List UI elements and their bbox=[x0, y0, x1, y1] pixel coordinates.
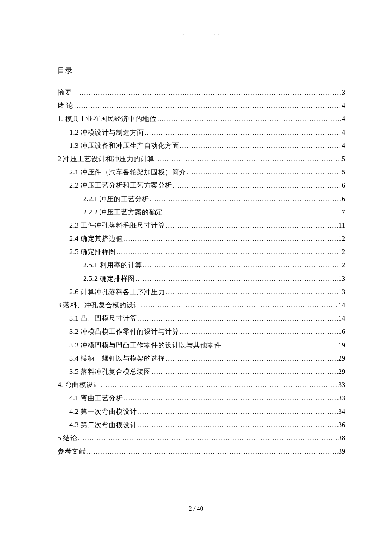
toc-dot-leader bbox=[179, 140, 342, 152]
toc-entry: 3.4 模柄，螺钉以与模架的选择29 bbox=[58, 352, 345, 365]
toc-entry: 3 落料、冲孔复合模的设计14 bbox=[58, 298, 345, 312]
toc-dot-leader bbox=[155, 153, 342, 165]
toc-entry: 1.2 冲模设计与制造方面4 bbox=[58, 126, 345, 139]
toc-entry-page: 36 bbox=[338, 418, 345, 431]
toc-dot-leader bbox=[165, 220, 339, 231]
toc-entry-page: 6 bbox=[342, 179, 345, 192]
toc-entry-label: 1. 模具工业在国民经济中的地位 bbox=[58, 112, 156, 125]
toc-entry-label: 3.4 模柄，螺钉以与模架的选择 bbox=[69, 352, 165, 365]
toc-entry: 3.1 凸、凹模尺寸计算14 bbox=[58, 312, 345, 325]
toc-entry: 2.2.2 冲压工艺方案的确定7 bbox=[58, 205, 345, 219]
toc-dot-leader bbox=[221, 340, 338, 351]
toc-entry: 2.5.1 利用率的计算12 bbox=[58, 258, 345, 272]
toc-entry-page: 14 bbox=[338, 298, 345, 312]
toc-entry: 2.5 确定排样图12 bbox=[58, 245, 345, 258]
toc-entry-page: 29 bbox=[338, 365, 345, 378]
toc-entry-label: 2.4 确定其搭边值 bbox=[69, 232, 123, 245]
toc-entry-page: 14 bbox=[338, 312, 345, 325]
toc-entry: 4.1 弯曲工艺分析33 bbox=[58, 391, 345, 405]
toc-entry: 3.2 冲模凸模工作零件的设计与计算16 bbox=[58, 325, 345, 338]
toc-dot-leader bbox=[179, 326, 338, 338]
toc-entry: 绪 论4 bbox=[58, 99, 345, 112]
toc-entry-label: 参考文献 bbox=[58, 445, 86, 458]
toc-entry-label: 1.3 冲压设备和冲压生产自动化方面 bbox=[69, 139, 179, 152]
toc-dot-leader bbox=[123, 233, 338, 245]
toc-dot-leader bbox=[137, 313, 338, 324]
toc-entry-page: 6 bbox=[342, 192, 345, 205]
toc-entry-page: 16 bbox=[338, 325, 345, 338]
page-number: 2 / 40 bbox=[0, 505, 392, 512]
toc-entry-page: 3 bbox=[342, 86, 345, 99]
toc-dot-leader bbox=[137, 406, 338, 418]
toc-dot-leader bbox=[86, 446, 338, 457]
toc-entry-label: 4.1 弯曲工艺分析 bbox=[69, 391, 123, 405]
toc-entry: 4.3 第二次弯曲模设计36 bbox=[58, 418, 345, 431]
toc-entry: 2 冲压工艺设计和冲压力的计算5 bbox=[58, 152, 345, 165]
toc-entry-label: 2.2.1 冲压的工艺分析 bbox=[83, 192, 149, 205]
toc-entry-page: 4 bbox=[342, 139, 345, 152]
toc-entry-page: 12 bbox=[338, 258, 345, 272]
toc-entry-label: 4.2 第一次弯曲模设计 bbox=[69, 405, 137, 418]
toc-dot-leader bbox=[141, 300, 339, 311]
toc-entry-label: 2.6 计算冲孔落料各工序冲压力 bbox=[69, 285, 165, 298]
header-mark-left: . . bbox=[183, 31, 189, 36]
toc-entry-label: 3.3 冲模凹模与凹凸工作零件的设计以与其他零件 bbox=[69, 338, 221, 352]
toc-entry-label: 2.5.1 利用率的计算 bbox=[83, 258, 142, 272]
toc-entry: 1.3 冲压设备和冲压生产自动化方面4 bbox=[58, 139, 345, 152]
toc-dot-leader bbox=[156, 113, 342, 125]
toc-dot-leader bbox=[165, 286, 338, 298]
toc-dot-leader bbox=[151, 366, 338, 378]
toc-entry: 4.2 第一次弯曲模设计34 bbox=[58, 405, 345, 418]
toc-entry-label: 2.3 工件冲孔落料毛胚尺寸计算 bbox=[69, 219, 165, 232]
toc-entry: 2.2 冲压工艺分析和工艺方案分析6 bbox=[58, 179, 345, 192]
toc-entry-page: 5 bbox=[342, 152, 345, 165]
toc-entry-label: 2 冲压工艺设计和冲压力的计算 bbox=[58, 152, 155, 165]
toc-entry-label: 1.2 冲模设计与制造方面 bbox=[69, 126, 144, 139]
toc-entry-page: 34 bbox=[338, 405, 345, 418]
toc-entry-label: 2.5.2 确定排样图 bbox=[83, 272, 135, 285]
toc-entry-label: 3.5 落料冲孔复合模总装图 bbox=[69, 365, 151, 378]
toc-entry-page: 7 bbox=[342, 205, 345, 219]
toc-entry-page: 39 bbox=[338, 445, 345, 458]
toc-entry: 2.3 工件冲孔落料毛胚尺寸计算11 bbox=[58, 219, 345, 232]
toc-entry: 2.2.1 冲压的工艺分析6 bbox=[58, 192, 345, 205]
toc-list: 摘要：3绪 论41. 模具工业在国民经济中的地位41.2 冲模设计与制造方面41… bbox=[58, 86, 345, 458]
header-mark-right: . . bbox=[214, 31, 220, 36]
toc-entry-label: 2.2.2 冲压工艺方案的确定 bbox=[83, 205, 163, 219]
toc-entry: 摘要：3 bbox=[58, 86, 345, 99]
toc-dot-leader bbox=[163, 207, 342, 218]
toc-entry-page: 13 bbox=[338, 272, 345, 285]
toc-dot-leader bbox=[123, 393, 338, 404]
toc-entry: 4. 弯曲模设计33 bbox=[58, 378, 345, 391]
toc-entry-label: 3 落料、冲孔复合模的设计 bbox=[58, 298, 141, 312]
toc-entry-label: 4.3 第二次弯曲模设计 bbox=[69, 418, 137, 431]
toc-dot-leader bbox=[186, 167, 342, 178]
toc-entry-page: 5 bbox=[342, 165, 345, 179]
header-rule bbox=[58, 30, 345, 30]
toc-entry: 2.5.2 确定排样图13 bbox=[58, 272, 345, 285]
toc-entry-page: 4 bbox=[342, 99, 345, 112]
toc-entry: 2.4 确定其搭边值12 bbox=[58, 232, 345, 245]
toc-dot-leader bbox=[74, 100, 342, 112]
toc-entry: 1. 模具工业在国民经济中的地位4 bbox=[58, 112, 345, 125]
toc-dot-leader bbox=[165, 353, 338, 364]
toc-dot-leader bbox=[116, 246, 339, 258]
toc-dot-leader bbox=[137, 419, 338, 431]
toc-entry: 5 结论38 bbox=[58, 431, 345, 445]
header-dots: . . . . bbox=[58, 31, 345, 36]
toc-dot-leader bbox=[135, 273, 339, 285]
toc-entry-page: 33 bbox=[338, 378, 345, 391]
toc-dot-leader bbox=[172, 180, 342, 191]
toc-entry-page: 19 bbox=[338, 338, 345, 352]
toc-entry-page: 13 bbox=[338, 285, 345, 298]
toc-entry-label: 2.1 冲压件（汽车备轮架加固板）简介 bbox=[69, 165, 186, 179]
toc-dot-leader bbox=[149, 194, 342, 205]
toc-dot-leader bbox=[77, 433, 338, 444]
toc-entry: 3.5 落料冲孔复合模总装图29 bbox=[58, 365, 345, 378]
toc-dot-leader bbox=[79, 87, 342, 98]
document-page: . . . . 目录 摘要：3绪 论41. 模具工业在国民经济中的地位41.2 … bbox=[0, 0, 392, 458]
toc-entry-label: 4. 弯曲模设计 bbox=[58, 378, 100, 391]
toc-entry-page: 12 bbox=[338, 232, 345, 245]
toc-entry-page: 38 bbox=[338, 431, 345, 445]
toc-entry: 2.6 计算冲孔落料各工序冲压力13 bbox=[58, 285, 345, 298]
